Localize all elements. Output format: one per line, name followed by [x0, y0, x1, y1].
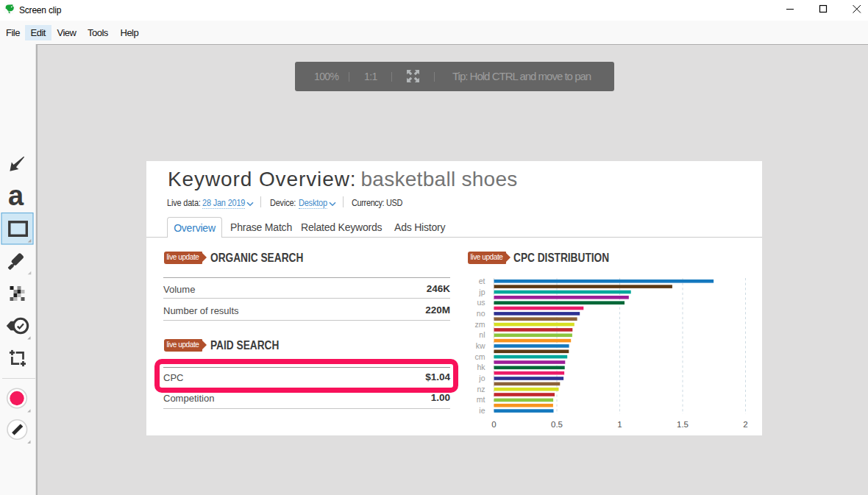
svg-text:mt: mt — [477, 395, 485, 404]
svg-text:1.5: 1.5 — [677, 420, 689, 429]
svg-text:cm: cm — [475, 352, 485, 361]
svg-text:hk: hk — [477, 363, 485, 371]
svg-text:et: et — [479, 277, 485, 285]
svg-text:zm: zm — [475, 320, 485, 329]
svg-text:kw: kw — [476, 341, 485, 350]
svg-text:a: a — [8, 180, 24, 211]
svg-text:jp: jp — [478, 288, 485, 296]
svg-text:no: no — [477, 309, 485, 318]
svg-text:us: us — [477, 298, 485, 307]
svg-text:0: 0 — [491, 420, 496, 429]
svg-text:0.5: 0.5 — [551, 420, 563, 429]
svg-text:2: 2 — [743, 420, 747, 429]
svg-text:ie: ie — [479, 406, 485, 415]
svg-text:1: 1 — [617, 420, 622, 429]
svg-text:nl: nl — [479, 330, 485, 339]
svg-text:nz: nz — [477, 385, 485, 393]
svg-text:jo: jo — [478, 374, 485, 382]
